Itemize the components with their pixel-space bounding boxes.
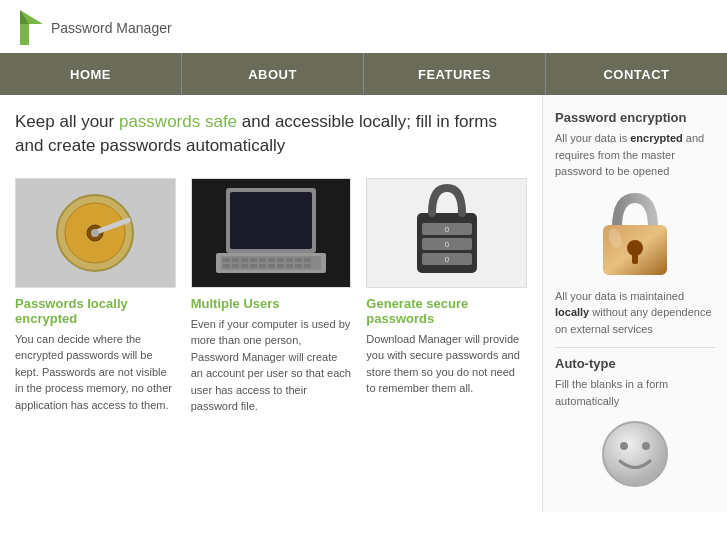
svg-rect-29 [295, 264, 302, 268]
svg-point-6 [91, 229, 99, 237]
hero-highlight: passwords safe [119, 112, 237, 131]
padlock-svg [595, 190, 675, 280]
feature-secure-passwords: 0 0 0 Generate secure passwords Download… [366, 178, 527, 415]
svg-rect-21 [223, 264, 230, 268]
sidebar-autotype-desc: Fill the blanks in a form automatically [555, 376, 715, 409]
svg-rect-24 [250, 264, 257, 268]
nav-home[interactable]: HOME [0, 53, 182, 95]
svg-rect-8 [230, 192, 312, 249]
feature-multi-user: Multiple Users Even if your computer is … [191, 178, 352, 415]
svg-rect-25 [259, 264, 266, 268]
nav-contact[interactable]: CONTACT [546, 53, 727, 95]
nav-about[interactable]: ABOUT [182, 53, 364, 95]
svg-text:0: 0 [444, 255, 449, 264]
svg-rect-12 [232, 258, 239, 262]
svg-rect-19 [295, 258, 302, 262]
hero-heading: Keep all your passwords safe and accessi… [15, 110, 527, 158]
main-content: Keep all your passwords safe and accessi… [0, 95, 727, 512]
svg-text:0: 0 [444, 240, 449, 249]
svg-point-44 [642, 442, 650, 450]
sidebar-encryption-desc: All your data is encrypted and requires … [555, 130, 715, 180]
svg-rect-20 [304, 258, 311, 262]
feature-laptop-image [191, 178, 352, 288]
sidebar-encryption-title: Password encryption [555, 110, 715, 125]
svg-rect-28 [286, 264, 293, 268]
smiley-svg [600, 419, 670, 489]
svg-rect-22 [232, 264, 239, 268]
nav-features[interactable]: FEATURES [364, 53, 546, 95]
svg-rect-14 [250, 258, 257, 262]
sidebar-divider [555, 347, 715, 348]
feature-lock-image: 0 0 0 [366, 178, 527, 288]
svg-point-43 [620, 442, 628, 450]
combo-lock-svg: 0 0 0 [407, 183, 487, 283]
sidebar-locally-desc: All your data is maintained locally with… [555, 288, 715, 338]
sidebar: Password encryption All your data is enc… [542, 95, 727, 512]
main-nav: HOME ABOUT FEATURES CONTACT [0, 53, 727, 95]
svg-rect-23 [241, 264, 248, 268]
sidebar-autotype-title: Auto-type [555, 356, 715, 371]
svg-rect-30 [304, 264, 311, 268]
svg-rect-11 [223, 258, 230, 262]
svg-text:0: 0 [444, 225, 449, 234]
padlock-container [555, 190, 715, 280]
feature-multi-user-title: Multiple Users [191, 296, 352, 311]
feature-secure-passwords-desc: Download Manager will provide you with s… [366, 331, 527, 397]
features-row: Passwords locally encrypted You can deci… [15, 178, 527, 415]
smiley-container [555, 419, 715, 489]
hdd-svg [45, 188, 145, 278]
feature-local-encrypt: Passwords locally encrypted You can deci… [15, 178, 176, 415]
svg-rect-18 [286, 258, 293, 262]
svg-rect-17 [277, 258, 284, 262]
hero-text-before: Keep all your [15, 112, 119, 131]
feature-local-encrypt-desc: You can decide where the encrypted passw… [15, 331, 176, 414]
svg-point-42 [603, 422, 667, 486]
logo-text: Password Manager [51, 20, 172, 36]
svg-rect-26 [268, 264, 275, 268]
svg-marker-0 [20, 10, 43, 45]
feature-hdd-image [15, 178, 176, 288]
header: Password Manager [0, 0, 727, 53]
content-area: Keep all your passwords safe and accessi… [0, 95, 542, 512]
feature-secure-passwords-title: Generate secure passwords [366, 296, 527, 326]
logo-icon [15, 10, 43, 45]
laptop-svg [206, 183, 336, 283]
feature-local-encrypt-title: Passwords locally encrypted [15, 296, 176, 326]
hero-section: Keep all your passwords safe and accessi… [15, 110, 527, 158]
logo-area: Password Manager [15, 10, 172, 45]
svg-rect-40 [632, 252, 638, 264]
svg-rect-27 [277, 264, 284, 268]
svg-rect-15 [259, 258, 266, 262]
svg-rect-16 [268, 258, 275, 262]
feature-multi-user-desc: Even if your computer is used by more th… [191, 316, 352, 415]
svg-rect-13 [241, 258, 248, 262]
